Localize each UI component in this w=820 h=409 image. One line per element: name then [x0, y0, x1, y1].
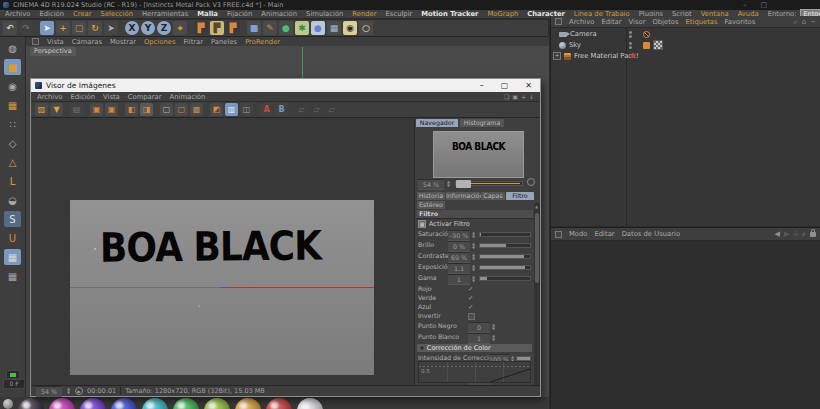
om-panel-icon[interactable] [555, 18, 562, 25]
compositing-tag-icon[interactable] [653, 40, 663, 50]
filter-section-header[interactable]: Filtro [416, 210, 533, 219]
scroll-up-arrow[interactable]: ▲ [535, 204, 538, 209]
pv-open-icon[interactable]: ▨ [35, 103, 48, 116]
value-spinner[interactable]: ▲▼ [471, 230, 476, 239]
rotate-tool-icon[interactable]: ↻ [88, 21, 102, 35]
saturation-value-field[interactable]: -90 % [448, 230, 470, 241]
pv-zoom-100-icon[interactable]: ▣ [90, 103, 103, 116]
om-minus-icon[interactable]: − [810, 18, 816, 26]
edges-mode-icon[interactable]: ◇ [4, 135, 21, 151]
contrast-slider[interactable] [479, 254, 531, 259]
workplane-mode-icon[interactable]: ▦ [4, 97, 21, 113]
texture-mode-icon[interactable]: ◉ [4, 78, 21, 94]
render-settings-icon[interactable]: ▛ [226, 21, 240, 35]
visibility-dots[interactable] [629, 31, 632, 38]
pv-frame-lock-icon[interactable]: ▢ [160, 103, 173, 116]
menu-herramientas[interactable]: Herramientas [142, 10, 188, 18]
lock-workplane-icon[interactable]: ▦ [4, 249, 21, 265]
am-menu-editar[interactable]: Editar [595, 230, 615, 238]
am-forward-icon[interactable]: ▶ [784, 230, 789, 238]
object-row-camera[interactable]: Camera [551, 29, 820, 39]
value-spinner[interactable]: ▲▼ [471, 263, 476, 272]
vp-menu-camaras[interactable]: Cámaras [72, 38, 102, 46]
object-name[interactable]: Sky [569, 41, 581, 49]
om-menu-favoritos[interactable]: Favoritos [725, 18, 756, 26]
menu-seleccion[interactable]: Selección [101, 10, 133, 18]
pv-minimize-button[interactable]: – [480, 81, 484, 90]
vp-menu-paneles[interactable]: Paneles [211, 38, 237, 46]
pv-nav-next-icon[interactable]: ▱ [310, 103, 323, 116]
generators-icon[interactable]: ● [279, 21, 293, 35]
pv-fullscreen-icon[interactable]: ◧ [125, 103, 138, 116]
color-correction-header[interactable]: ▼ Corrección de Color [417, 344, 532, 352]
pv-menu-vista[interactable]: Vista [103, 93, 120, 101]
green-channel-checkbox[interactable]: ✓ [468, 294, 473, 302]
red-channel-checkbox[interactable]: ✓ [468, 285, 473, 293]
light-icon[interactable]: ○ [359, 21, 373, 35]
menu-mograph[interactable]: MoGraph [487, 10, 518, 18]
model-mode-icon[interactable]: ■ [4, 59, 21, 75]
navigator-thumbnail[interactable]: BOA BLACK [433, 131, 524, 178]
mograph-clone-icon[interactable]: ✱ [295, 21, 309, 35]
pv-nav-play-icon[interactable]: ▱ [325, 103, 338, 116]
vp-menu-opciones[interactable]: Opciones [144, 38, 175, 46]
menu-edicion[interactable]: Edición [39, 10, 64, 18]
floor-environment-icon[interactable]: ▦ [327, 21, 341, 35]
status-zoom-field[interactable]: 54 % [36, 386, 62, 397]
pv-zoom-fit-icon[interactable]: ▣ [105, 103, 118, 116]
am-menu-datos[interactable]: Datos de Usuario [622, 230, 680, 238]
navigator-fit-button[interactable] [527, 178, 535, 186]
polygons-mode-icon[interactable]: △ [4, 154, 21, 170]
pv-dock-icon[interactable]: ❏ [504, 93, 509, 100]
render-sphere-icon[interactable]: ◍ [4, 40, 21, 56]
maximize-button[interactable]: ▢ [760, 1, 767, 9]
om-menu-visor[interactable]: Visor [629, 18, 646, 26]
pv-maximize-button[interactable]: ▢ [501, 81, 509, 90]
play-button[interactable]: ▶ [75, 387, 83, 395]
deformers-icon[interactable]: ● [311, 21, 325, 35]
viewport-view-label[interactable]: Perspectiva [30, 47, 76, 56]
tab-histograma[interactable]: Histograma [460, 119, 504, 127]
zoom-slider-handle[interactable] [456, 180, 471, 188]
pv-nav-prev-icon[interactable]: ▱ [295, 103, 308, 116]
value-spinner[interactable]: ▲▼ [491, 333, 496, 342]
redo-icon[interactable]: ↷ [19, 21, 33, 35]
value-spinner[interactable]: ▲▼ [471, 241, 476, 250]
am-search-icon[interactable]: ⌕ [802, 230, 806, 238]
visibility-dots[interactable] [629, 42, 632, 49]
navigator-zoom-slider[interactable] [455, 181, 523, 186]
last-tool-icon[interactable]: ➤ [104, 21, 118, 35]
picture-viewer-title-bar[interactable]: Visor de Imágenes – ▢ ✕ [31, 79, 540, 92]
tab-informacion[interactable]: Información [446, 192, 480, 200]
navigator-zoom-spinner[interactable]: ▲▼ [446, 179, 451, 188]
tab-historia[interactable]: Historia [417, 192, 445, 200]
om-menu-objetos[interactable]: Objetos [652, 18, 678, 26]
activate-filter-checkbox[interactable]: ▦ [418, 220, 426, 228]
vp-menu-mostrar[interactable]: Mostrar [110, 38, 136, 46]
navigator-zoom-field[interactable]: 54 % [418, 179, 444, 190]
menu-animacion[interactable]: Animación [261, 10, 297, 18]
expand-icon[interactable]: + [553, 52, 561, 60]
pv-print-icon[interactable]: ▤ [70, 103, 83, 116]
pv-menu-edicion[interactable]: Edición [70, 93, 95, 101]
contrast-value-field[interactable]: 69 % [448, 252, 470, 263]
blue-channel-checkbox[interactable]: ✓ [468, 303, 473, 311]
pv-close-button[interactable]: ✕ [525, 81, 532, 90]
vp-menu-prorender[interactable]: ProRender [245, 38, 280, 46]
scale-tool-icon[interactable]: ▢ [72, 21, 86, 35]
pv-set-b-icon[interactable]: B [275, 103, 288, 116]
om-menu-archivo[interactable]: Archivo [569, 18, 594, 26]
om-menu-editar[interactable]: Editar [601, 18, 621, 26]
am-back-icon[interactable]: ◀ [775, 230, 780, 238]
black-point-field[interactable]: 0 [468, 322, 490, 333]
menu-crear[interactable]: Crear [73, 10, 92, 18]
material-manager-icon[interactable] [3, 399, 13, 409]
om-menu-etiquetas[interactable]: Etiquetas [686, 18, 718, 26]
menu-simulacion[interactable]: Simulación [306, 10, 343, 18]
pv-compare-split-icon[interactable]: ◫ [240, 103, 253, 116]
pv-compare-ab-icon[interactable]: ◩ [210, 103, 223, 116]
x-axis-lock-icon[interactable]: X [125, 21, 139, 35]
white-point-field[interactable]: 1 [468, 333, 490, 344]
am-menu-modo[interactable]: Modo [569, 230, 588, 238]
live-selection-icon[interactable]: ➤ [40, 21, 54, 35]
